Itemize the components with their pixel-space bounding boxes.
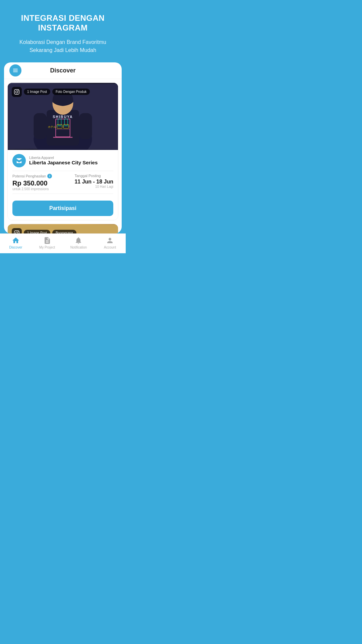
post-card-2: 1 Image Post Boomerang [7, 224, 118, 233]
brand-sub-1: Liberta Apparel [29, 156, 98, 160]
stat-potential: Potensi Penghasilan i Rp 350.000 untuk 2… [12, 174, 52, 191]
menu-icon [12, 67, 19, 74]
card-title: Discover [50, 67, 75, 74]
instagram-icon-1 [12, 87, 22, 97]
stat-date-label: Tanggal Posting [74, 174, 113, 178]
svg-text:SHIBUYA: SHIBUYA [53, 114, 73, 118]
post-tags-1: 1 Image Post Foto Dengan Produk [12, 87, 90, 97]
post-image-2: 1 Image Post Boomerang [8, 224, 118, 233]
screen: INTEGRASI DENGAN INSTAGRAM Kolaborasi De… [0, 0, 126, 253]
brand-row-1: Liberta Apparel Liberta Japanese City Se… [12, 154, 113, 167]
hero-title: INTEGRASI DENGAN INSTAGRAM [8, 13, 118, 33]
nav-item-my-project[interactable]: My Project [36, 236, 59, 249]
stat-potential-sub: untuk 2.500 impressions [12, 187, 52, 191]
brand-avatar-1 [12, 154, 26, 167]
header-icon [9, 64, 21, 76]
svg-text:ホテル: ホテル [48, 125, 56, 128]
svg-rect-4 [79, 113, 92, 139]
participate-button-1[interactable]: Partisipasi [12, 201, 113, 216]
nav-label-discover: Discover [9, 246, 22, 249]
discover-icon [12, 236, 20, 245]
svg-rect-3 [34, 113, 47, 139]
nav-item-account[interactable]: Account [98, 236, 122, 249]
my-project-icon [43, 236, 51, 245]
nav-item-discover[interactable]: Discover [4, 236, 27, 249]
post-card-1: SHIBUYA ホテル [7, 83, 118, 220]
post-tags-2: 1 Image Post Boomerang [12, 228, 76, 233]
tag-image-post-1: 1 Image Post [24, 89, 50, 95]
nav-label-notification: Notification [70, 246, 87, 249]
stats-row-1: Potensi Penghasilan i Rp 350.000 untuk 2… [12, 171, 113, 194]
hero-subtitle: Kolaborasi Dengan Brand Favoritmu Sekara… [8, 38, 118, 54]
brand-text-1: Liberta Apparel Liberta Japanese City Se… [29, 156, 98, 165]
brand-name-1: Liberta Japanese City Series [29, 160, 98, 165]
nav-item-notification[interactable]: Notification [67, 236, 90, 249]
stat-potential-label: Potensi Penghasilan i [12, 174, 52, 178]
stat-potential-value: Rp 350.000 [12, 179, 52, 187]
tag-type-1: Foto Dengan Produk [52, 89, 90, 95]
post-image-1: SHIBUYA ホテル [8, 83, 118, 150]
svg-rect-13 [53, 137, 72, 138]
tag-image-post-2: 1 Image Post [24, 230, 50, 233]
nav-label-account: Account [104, 246, 116, 249]
nav-label-my-project: My Project [39, 246, 55, 249]
card-header: Discover [4, 62, 122, 79]
stat-date-value: 11 Jun - 18 Jun [74, 179, 113, 185]
hero-section: INTEGRASI DENGAN INSTAGRAM Kolaborasi De… [0, 0, 126, 62]
main-card: Discover [4, 62, 122, 233]
bottom-nav: Discover My Project Notification [0, 233, 126, 253]
account-icon [106, 236, 114, 245]
stat-date-sub: 10 Hari Lagi [74, 185, 113, 189]
store-icon [15, 157, 23, 164]
tag-type-2: Boomerang [52, 230, 76, 233]
post-info-1: Liberta Apparel Liberta Japanese City Se… [8, 150, 118, 220]
stat-date: Tanggal Posting 11 Jun - 18 Jun 10 Hari … [74, 174, 113, 191]
card-scroll[interactable]: SHIBUYA ホテル [4, 79, 122, 233]
instagram-icon-2 [12, 228, 22, 233]
notification-icon [74, 236, 82, 245]
info-icon: i [47, 174, 52, 178]
